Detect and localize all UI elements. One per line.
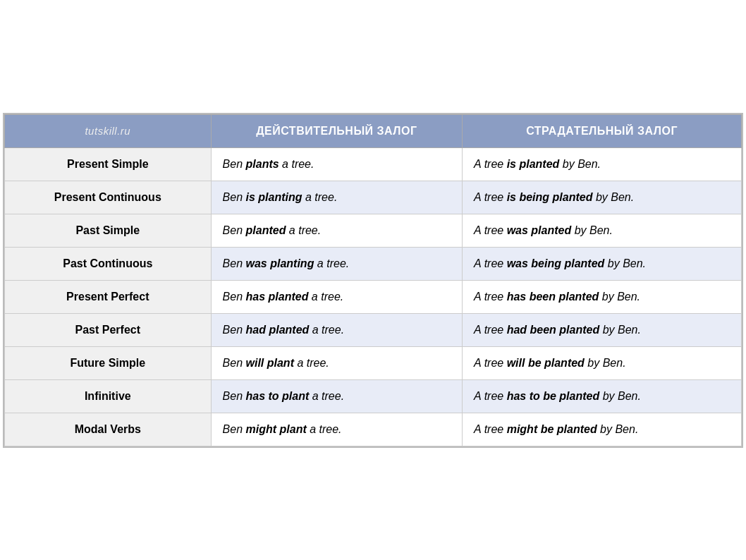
table-row: Present PerfectBen has planted a tree.A … <box>5 280 742 313</box>
tense-cell: Modal Verbs <box>5 413 212 446</box>
tense-cell: Past Continuous <box>5 247 212 280</box>
table-row: InfinitiveBen has to plant a tree.A tree… <box>5 379 742 413</box>
header-col2: ДЕЙСТВИТЕЛЬНЫЙ ЗАЛОГ <box>211 114 463 147</box>
header-col3: СТРАДАТЕЛЬНЫЙ ЗАЛОГ <box>463 114 742 147</box>
passive-voice-cell: A tree had been planted by Ben. <box>463 313 742 346</box>
tense-cell: Past Perfect <box>5 313 212 346</box>
tense-cell: Past Simple <box>5 214 212 247</box>
passive-voice-cell: A tree has to be planted by Ben. <box>463 379 742 413</box>
passive-voice-cell: A tree is planted by Ben. <box>463 147 742 181</box>
table-row: Present SimpleBen plants a tree.A tree i… <box>5 147 742 181</box>
table-row: Past SimpleBen planted a tree.A tree was… <box>5 214 742 247</box>
active-voice-cell: Ben is planting a tree. <box>211 181 463 214</box>
passive-voice-cell: A tree has been planted by Ben. <box>463 280 742 313</box>
tense-cell: Present Perfect <box>5 280 212 313</box>
table-row: Present ContinuousBen is planting a tree… <box>5 181 742 214</box>
active-voice-cell: Ben has planted a tree. <box>211 280 463 313</box>
passive-voice-cell: A tree will be planted by Ben. <box>463 346 742 379</box>
header-col1: tutskill.ru <box>5 114 212 147</box>
active-voice-cell: Ben was planting a tree. <box>211 247 463 280</box>
active-voice-cell: Ben had planted a tree. <box>211 313 463 346</box>
tense-cell: Future Simple <box>5 346 212 379</box>
active-voice-cell: Ben planted a tree. <box>211 214 463 247</box>
passive-voice-cell: A tree was planted by Ben. <box>463 214 742 247</box>
table-row: Past PerfectBen had planted a tree.A tre… <box>5 313 742 346</box>
grammar-table: tutskill.ru ДЕЙСТВИТЕЛЬНЫЙ ЗАЛОГ СТРАДАТ… <box>3 113 743 448</box>
active-voice-cell: Ben has to plant a tree. <box>211 379 463 413</box>
passive-voice-cell: A tree is being planted by Ben. <box>463 181 742 214</box>
table-row: Past ContinuousBen was planting a tree.A… <box>5 247 742 280</box>
active-voice-cell: Ben will plant a tree. <box>211 346 463 379</box>
active-voice-cell: Ben plants a tree. <box>211 147 463 181</box>
tense-cell: Present Simple <box>5 147 212 181</box>
active-voice-cell: Ben might plant a tree. <box>211 413 463 446</box>
table-row: Future SimpleBen will plant a tree.A tre… <box>5 346 742 379</box>
passive-voice-cell: A tree was being planted by Ben. <box>463 247 742 280</box>
table-row: Modal VerbsBen might plant a tree.A tree… <box>5 413 742 446</box>
tense-cell: Infinitive <box>5 379 212 413</box>
tense-cell: Present Continuous <box>5 181 212 214</box>
passive-voice-cell: A tree might be planted by Ben. <box>463 413 742 446</box>
